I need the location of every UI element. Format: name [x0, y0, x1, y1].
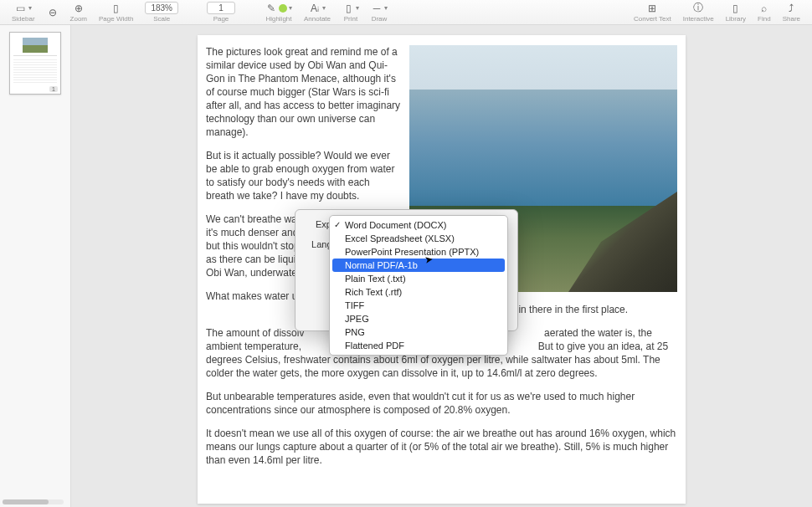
- chevron-down-icon: ▾: [322, 4, 326, 12]
- draw-icon: ─: [371, 3, 383, 14]
- zoom-in-button[interactable]: ⊕ Zoom: [65, 0, 92, 25]
- sidebar-scrollbar[interactable]: [3, 499, 64, 504]
- convert-icon: ⊞: [646, 3, 658, 14]
- paragraph: But unbearable temperatures aside, even …: [206, 390, 677, 417]
- highlight-button[interactable]: ✎ ▾ Highlight: [260, 0, 297, 25]
- zoom-out-button[interactable]: ⊖: [42, 0, 64, 25]
- convert-label: Convert Text: [634, 15, 671, 23]
- dropdown-item-pdfa[interactable]: Normal PDF/A-1b: [332, 259, 505, 272]
- page-width-label: Page Width: [99, 15, 133, 23]
- dropdown-item-rtf[interactable]: Rich Text (.rtf): [330, 285, 507, 299]
- scale-label: Scale: [153, 15, 170, 23]
- find-button[interactable]: ⌕ Find: [753, 0, 776, 25]
- annotate-label: Annotate: [304, 15, 331, 23]
- dropdown-item-flattened[interactable]: Flattened PDF: [330, 339, 507, 352]
- chevron-down-icon: ▾: [356, 4, 359, 12]
- library-icon: ▯: [730, 3, 742, 14]
- dropdown-item-jpeg[interactable]: JPEG: [330, 312, 507, 325]
- search-icon: ⌕: [758, 3, 770, 14]
- dropdown-item-docx[interactable]: Word Document (DOCX): [330, 218, 507, 232]
- print-label: Print: [344, 15, 357, 23]
- page-thumbnail[interactable]: 1: [9, 32, 61, 95]
- chevron-down-icon: ▾: [289, 4, 292, 12]
- chevron-down-icon: ▾: [28, 4, 32, 12]
- page-label: Page: [213, 15, 229, 23]
- dropdown-item-png[interactable]: PNG: [330, 325, 507, 339]
- thumbnail-sidebar: 1: [0, 25, 71, 507]
- paragraph: It doesn't mean we use all of this oxyge…: [206, 427, 677, 467]
- find-label: Find: [758, 15, 771, 23]
- draw-label: Draw: [372, 15, 388, 23]
- share-button[interactable]: ⤴ Share: [778, 0, 805, 25]
- print-icon: ▯: [342, 3, 354, 14]
- share-label: Share: [783, 15, 800, 23]
- draw-button[interactable]: ─ ▾ Draw: [366, 0, 393, 25]
- thumbnail-image: [23, 38, 48, 53]
- sidebar-toggle[interactable]: ▭ ▾ Sidebar: [7, 0, 40, 25]
- interactive-label: Interactive: [683, 15, 714, 23]
- zoom-label: Zoom: [70, 15, 87, 23]
- library-button[interactable]: ▯ Library: [721, 0, 751, 25]
- scale-value[interactable]: 183%: [145, 2, 178, 14]
- export-format-dropdown: Word Document (DOCX) Excel Spreadsheet (…: [329, 215, 508, 356]
- scrollbar-thumb[interactable]: [3, 499, 49, 504]
- dropdown-item-xlsx[interactable]: Excel Spreadsheet (XLSX): [330, 232, 507, 245]
- highlight-color: [279, 4, 287, 13]
- chevron-down-icon: ▾: [384, 4, 388, 12]
- page-width-icon: ▯: [110, 3, 122, 14]
- highlight-icon: ✎: [265, 3, 277, 14]
- convert-text-button[interactable]: ⊞ Convert Text: [629, 0, 676, 25]
- zoom-out-icon: ⊖: [47, 7, 59, 18]
- page-width-button[interactable]: ▯ Page Width: [94, 0, 138, 25]
- sidebar-icon: ▭: [15, 3, 27, 14]
- scale-control[interactable]: 183% Scale: [140, 0, 183, 25]
- dropdown-item-txt[interactable]: Plain Text (.txt): [330, 272, 507, 285]
- page-control[interactable]: 1 Page: [202, 0, 240, 25]
- page-value[interactable]: 1: [207, 2, 235, 14]
- print-button[interactable]: ▯ ▾ Print: [337, 0, 364, 25]
- highlight-label: Highlight: [265, 15, 291, 23]
- thumbnail-page-number: 1: [49, 86, 58, 92]
- sidebar-label: Sidebar: [12, 15, 35, 23]
- zoom-in-icon: ⊕: [73, 3, 85, 14]
- annotate-icon: Aᵢ: [309, 3, 321, 14]
- dropdown-item-tiff[interactable]: TIFF: [330, 299, 507, 312]
- interactive-button[interactable]: ⓘ Interactive: [678, 0, 719, 25]
- toolbar: ▭ ▾ Sidebar ⊖ ⊕ Zoom ▯ Page Width 183% S…: [0, 0, 812, 25]
- dropdown-item-pptx[interactable]: PowerPoint Presentation (PPTX): [330, 245, 507, 259]
- interactive-icon: ⓘ: [692, 3, 704, 14]
- annotate-button[interactable]: Aᵢ ▾ Annotate: [299, 0, 336, 25]
- library-label: Library: [726, 15, 746, 23]
- share-icon: ⤴: [785, 3, 797, 14]
